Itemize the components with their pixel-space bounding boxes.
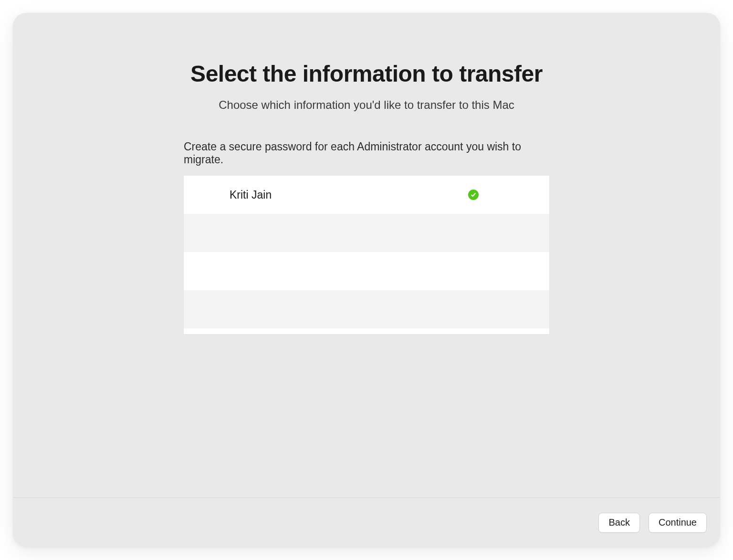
instruction-text: Create a secure password for each Admini… [184,140,549,166]
checkmark-icon [468,190,479,200]
accounts-list: Kriti Jain [184,176,549,334]
page-subtitle: Choose which information you'd like to t… [219,98,514,112]
empty-row [184,252,549,290]
footer-bar: Back Continue [13,497,720,547]
page-title: Select the information to transfer [190,61,543,87]
continue-button[interactable]: Continue [649,513,707,533]
empty-row [184,290,549,328]
account-row[interactable]: Kriti Jain [184,176,549,214]
account-name: Kriti Jain [230,189,468,201]
empty-row [184,214,549,252]
back-button[interactable]: Back [598,513,639,533]
content-area: Select the information to transfer Choos… [13,13,720,497]
empty-row [184,328,549,334]
migration-assistant-window: Select the information to transfer Choos… [13,13,720,547]
